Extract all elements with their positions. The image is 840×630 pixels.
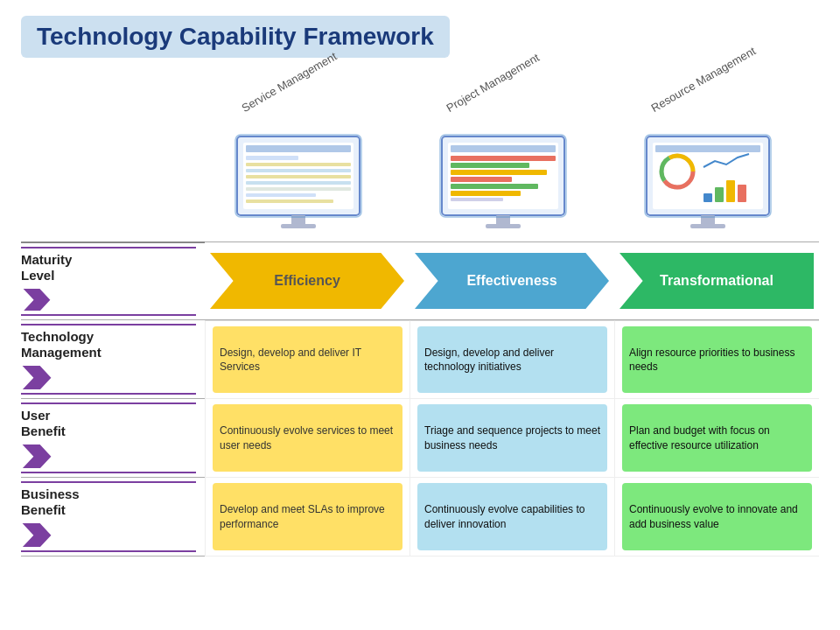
svg-rect-37: [738, 185, 746, 202]
content-business-green: Continuously evolve to innovate and add …: [622, 483, 812, 550]
svg-rect-18: [451, 163, 529, 168]
svg-rect-10: [246, 200, 333, 203]
separator-tech-bottom: [21, 393, 196, 395]
svg-rect-29: [655, 145, 760, 152]
content-business-gold: Develop and meet SLAs to improve perform…: [213, 483, 402, 550]
svg-rect-39: [690, 224, 725, 228]
cell-user-blue: Triage and sequence projects to meet bus…: [410, 399, 614, 478]
main-grid: Service Management: [21, 66, 819, 556]
chevron-user: [21, 444, 52, 468]
svg-rect-19: [451, 170, 547, 175]
cell-business-blue: Continuously evolve capabilities to deli…: [410, 478, 614, 556]
svg-rect-5: [246, 169, 351, 172]
cell-user-gold: Continuously evolve services to meet use…: [205, 399, 410, 478]
empty-corner: [21, 66, 205, 242]
content-user-blue: Triage and sequence projects to meet bus…: [417, 404, 607, 472]
screen-service: Service Management: [220, 93, 395, 233]
cell-efficiency: Efficiency: [205, 242, 410, 320]
svg-rect-21: [451, 184, 538, 189]
chevron-business: [21, 523, 52, 547]
separator-business-bottom: [21, 550, 196, 552]
content-business-blue: Continuously evolve capabilities to deli…: [417, 483, 607, 550]
svg-marker-43: [23, 444, 52, 468]
separator-maturity-top: [21, 247, 196, 248]
title-box: Technology Capability Framework: [21, 16, 450, 58]
svg-rect-34: [704, 193, 712, 202]
monitor-resource-svg: [642, 119, 791, 233]
chevron-maturity: [21, 289, 52, 312]
separator-user-bottom: [21, 472, 196, 473]
page-title: Technology Capability Framework: [37, 23, 434, 50]
screen-resource-label: Resource Management: [649, 44, 759, 115]
svg-rect-9: [246, 193, 316, 197]
svg-rect-25: [486, 224, 521, 228]
monitor-project-svg: [438, 119, 586, 233]
cell-tech-blue: Design, develop and deliver technology i…: [410, 320, 614, 399]
separator-business-top: [21, 481, 196, 483]
svg-rect-8: [246, 187, 351, 191]
svg-rect-23: [451, 198, 503, 201]
svg-rect-16: [451, 145, 556, 152]
content-tech-green: Align resource priorities to business ne…: [622, 326, 812, 393]
screen-resource: Resource Management: [629, 93, 804, 233]
screen-project: Project Management: [424, 93, 599, 233]
monitor-service-svg: [233, 119, 382, 233]
separator-tech-top: [21, 324, 196, 326]
cell-effectiveness: Effectiveness: [410, 242, 614, 320]
arrow-effectiveness: Effectiveness: [415, 253, 609, 309]
content-user-gold: Continuously evolve services to meet use…: [213, 404, 402, 472]
label-maturity-text: MaturityLevel: [21, 252, 72, 284]
svg-marker-44: [23, 523, 52, 547]
content-tech-gold: Design, develop and deliver IT Services: [213, 326, 402, 393]
arrow-efficiency: Efficiency: [210, 253, 404, 309]
svg-rect-35: [715, 187, 724, 202]
svg-rect-22: [451, 191, 521, 196]
separator-maturity-bottom: [21, 314, 196, 316]
label-user-text: UserBenefit: [21, 408, 66, 439]
svg-rect-17: [451, 156, 556, 161]
label-tech: TechnologyManagement: [21, 320, 205, 399]
label-tech-text: TechnologyManagement: [21, 329, 102, 360]
svg-rect-20: [451, 177, 512, 182]
cell-user-green: Plan and budget with focus on effective …: [614, 399, 819, 478]
arrow-efficiency-label: Efficiency: [274, 273, 340, 289]
svg-rect-6: [246, 175, 351, 178]
cell-business-green: Continuously evolve to innovate and add …: [614, 478, 819, 556]
screens-area: Service Management: [205, 66, 819, 242]
arrow-effectiveness-label: Effectiveness: [466, 273, 556, 289]
content-tech-blue: Design, develop and deliver technology i…: [417, 326, 607, 393]
cell-transformational: Transformational: [614, 242, 819, 320]
chevron-tech: [21, 366, 52, 389]
cell-tech-green: Align resource priorities to business ne…: [614, 320, 819, 399]
arrow-transformational: Transformational: [620, 253, 814, 309]
label-business-text: BusinessBenefit: [21, 486, 80, 518]
label-maturity: MaturityLevel: [21, 242, 205, 320]
svg-rect-3: [246, 156, 298, 160]
content-user-green: Plan and budget with focus on effective …: [622, 404, 812, 472]
label-user: UserBenefit: [21, 399, 205, 478]
arrow-transformational-label: Transformational: [660, 273, 774, 289]
svg-rect-4: [246, 163, 351, 166]
svg-rect-12: [281, 224, 316, 228]
cell-business-gold: Develop and meet SLAs to improve perform…: [205, 478, 410, 556]
svg-rect-2: [246, 145, 351, 152]
separator-user-top: [21, 402, 196, 404]
screen-project-label: Project Management: [444, 51, 542, 115]
cell-tech-gold: Design, develop and deliver IT Services: [205, 320, 410, 399]
label-business: BusinessBenefit: [21, 478, 205, 556]
svg-marker-42: [23, 366, 52, 389]
screen-service-label: Service Management: [240, 50, 340, 115]
svg-rect-36: [726, 180, 735, 202]
svg-rect-7: [246, 181, 351, 185]
svg-marker-41: [24, 289, 51, 312]
